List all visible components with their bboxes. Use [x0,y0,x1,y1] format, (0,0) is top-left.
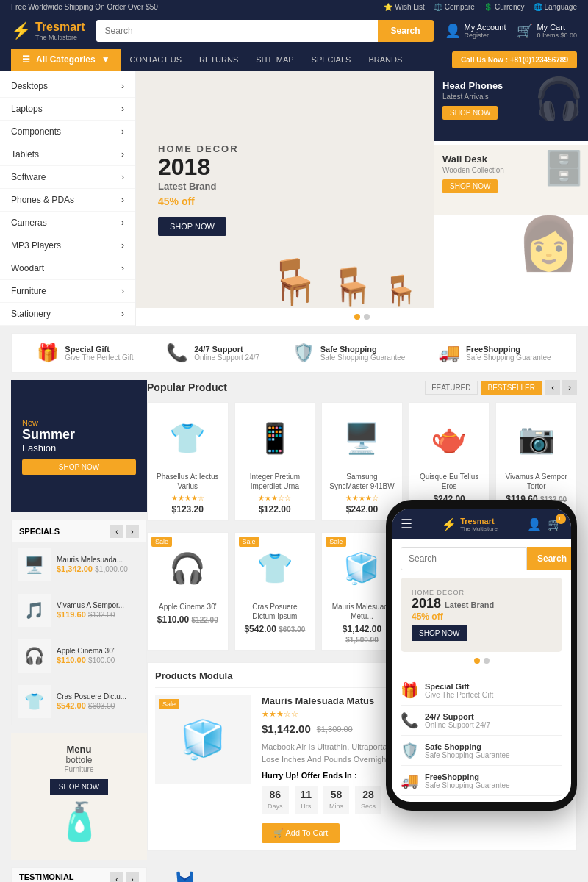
sidebar-item-woodart[interactable]: Woodart › [0,257,135,280]
special-item-1[interactable]: 🖥️ Mauris Malesuada... $1,342.00 $1,000.… [12,542,146,588]
mobile-feature-shipping: 🚚 FreeShopping Safe Shopping Guarantee [401,766,562,796]
specials-prev[interactable]: ‹ [110,525,123,538]
nav-contact[interactable]: CONTACT US [121,48,191,71]
mobile-safe-icon: 🛡️ [401,742,419,759]
module-old-price: $1,300.00 [317,725,353,734]
popular-header: Popular Product FEATURED BESTSELLER ‹ › [147,380,577,395]
feature-shipping-title: FreeShopping [466,345,551,354]
special-old-2: $132.00 [88,611,115,619]
sidebar-item-phones[interactable]: Phones & PDAs › [0,189,135,212]
summer-shop-btn[interactable]: SHOP NOW [22,459,136,475]
sidebar-item-stationery[interactable]: Stationery › [0,303,135,326]
language-link[interactable]: 🌐 Language [534,3,578,11]
specials-section: SPECIALS ‹ › 🖥️ Mauris Malesuada... $1,3… [11,520,147,725]
mobile-account-icon[interactable]: 👤 [527,517,542,531]
cart-label: My Cart [537,23,577,32]
sidebar-item-tablets[interactable]: Tablets › [0,143,135,166]
product-2[interactable]: 📱 Integer Pretium Imperdiet Urna ★★★☆☆ $… [234,402,316,521]
feature-safe-title: Safe Shopping [320,345,406,354]
mobile-hero-btn[interactable]: SHOP NOW [412,625,467,641]
tab-featured[interactable]: FEATURED [425,381,477,395]
mobile-feature-safe-title: Safe Shopping [425,742,510,751]
mobile-search-btn[interactable]: Search [527,547,571,570]
mobile-header: ☰ ⚡ Tresmart The Multistore 👤 🛒0 [392,509,571,539]
products-next[interactable]: › [562,380,577,395]
mobile-feature-shipping-desc: Safe Shopping Guarantee [425,781,510,789]
add-to-cart-btn[interactable]: 🛒 Add To Cart [262,823,340,843]
logo-sub: The Multistore [35,34,85,41]
nav-specials[interactable]: SPECIALS [303,48,360,71]
mobile-support-icon: 📞 [401,711,419,729]
feature-safe-desc: Safe Shopping Guarantee [320,354,406,362]
hero-brand: Latest Brand [158,181,239,192]
sidebar-item-components[interactable]: Components › [0,121,135,143]
product-6[interactable]: Sale 🎧 Apple Cinema 30' $110.00 $122.00 [147,532,229,651]
sidebar-item-mp3[interactable]: MP3 Players › [0,234,135,257]
wishlist-link[interactable]: ⭐ Wish List [384,3,425,11]
feature-support-title: 24/7 Support [194,345,259,354]
nav-bar: ☰ All Categories ▼ CONTACT US RETURNS SI… [0,48,588,71]
nav-brands[interactable]: BRANDS [359,48,411,71]
banner-headphones-btn[interactable]: SHOP NOW [442,106,498,120]
mobile-logo[interactable]: ⚡ Tresmart The Multistore [442,517,498,532]
product-price-7: $542.00 $603.00 [241,624,309,634]
mobile-menu-icon[interactable]: ☰ [401,516,412,532]
sale-badge-8: Sale [326,537,346,547]
menu-shop-btn[interactable]: SHOP NOW [50,779,108,795]
sidebar-item-software[interactable]: Software › [0,166,135,189]
top-bar: Free Worldwide Shipping On Order Over $5… [0,0,588,14]
banner-walldesk-btn[interactable]: SHOP NOW [442,179,498,193]
special-price-4: $542.00 [57,701,86,710]
all-categories-btn[interactable]: ☰ All Categories ▼ [11,49,121,71]
sidebar-item-laptops[interactable]: Laptops › [0,98,135,121]
logo-brand: Tresmart [35,21,85,34]
header: ⚡ Tresmart The Multistore Search 👤 My Ac… [0,14,588,48]
nav-links: CONTACT US RETURNS SITE MAP SPECIALS BRA… [121,48,412,71]
feature-gift: 🎁 Special Gift Give The Perfect Gift [37,343,133,363]
mobile-search-input[interactable] [401,547,527,570]
hamburger-icon: ☰ [22,54,30,65]
specials-next[interactable]: › [126,525,139,538]
nav-sitemap[interactable]: SITE MAP [247,48,302,71]
testimonial-next[interactable]: › [126,872,139,882]
nav-returns[interactable]: RETURNS [190,48,247,71]
sidebar-item-desktops[interactable]: Desktops › [0,75,135,98]
mobile-search: Search [401,547,562,570]
sale-badge-6: Sale [151,537,172,547]
cart-link[interactable]: 🛒 My Cart 0 Items $0.00 [517,23,577,39]
special-price-1: $1,342.00 [57,564,93,573]
products-prev[interactable]: ‹ [545,380,560,395]
hero-tag: HOME DECOR [158,143,239,154]
hero-area: HOME DECOR 2018 Latest Brand 45% off SHO… [136,71,588,326]
feature-gift-title: Special Gift [65,345,133,354]
sidebar-item-cameras[interactable]: Cameras › [0,212,135,234]
compare-link[interactable]: ⚖️ Compare [434,3,475,11]
special-item-4[interactable]: 👕 Cras Posuere Dictu... $542.00 $603.00 [12,679,146,725]
module-price: $1,142.00 [262,723,311,735]
mobile-hero: HOME DECOR 2018 Latest Brand 45% off SHO… [401,578,562,652]
call-us: Call Us Now : +81(0)123456789 [452,51,577,68]
testimonial-prev[interactable]: ‹ [110,872,123,882]
countdown-hrs-num: 11 [301,789,312,800]
summer-fashion: Fashion [22,442,136,453]
product-name-4: Quisque Eu Tellus Eros [415,472,484,491]
product-3[interactable]: 🖥️ Samsung SyncMaster 941BW ★★★★☆ $242.0… [321,402,403,521]
currency-link[interactable]: 💲 Currency [484,3,525,11]
hero-shop-btn[interactable]: SHOP NOW [158,217,226,236]
search-input[interactable] [96,20,378,42]
special-name-2: Vivamus A Sempor... [57,601,124,609]
logo[interactable]: ⚡ Tresmart The Multistore [11,21,85,41]
special-item-3[interactable]: 🎧 Apple Cinema 30' $110.00 $100.00 [12,634,146,679]
search-button[interactable]: Search [378,20,434,42]
mobile-cart-icon[interactable]: 🛒0 [548,517,562,531]
countdown-hrs-unit: Hrs [301,803,311,810]
product-img-1: 👕 [154,409,222,467]
product-7[interactable]: Sale 👕 Cras Posuere Dictum Ipsum $542.00… [234,532,316,651]
product-1[interactable]: 👕 Phasellus At Iectus Varius ★★★★☆ $123.… [147,402,229,521]
features-bar: 🎁 Special Gift Give The Perfect Gift 📞 2… [11,333,577,373]
special-item-2[interactable]: 🎵 Vivamus A Sempor... $119.60 $132.00 [12,588,146,634]
dropdown-icon: ▼ [101,54,110,65]
tab-bestseller[interactable]: BESTSELLER [481,381,542,395]
account-link[interactable]: 👤 My Account Register [445,23,506,39]
sidebar-item-furniture[interactable]: Furniture › [0,280,135,303]
